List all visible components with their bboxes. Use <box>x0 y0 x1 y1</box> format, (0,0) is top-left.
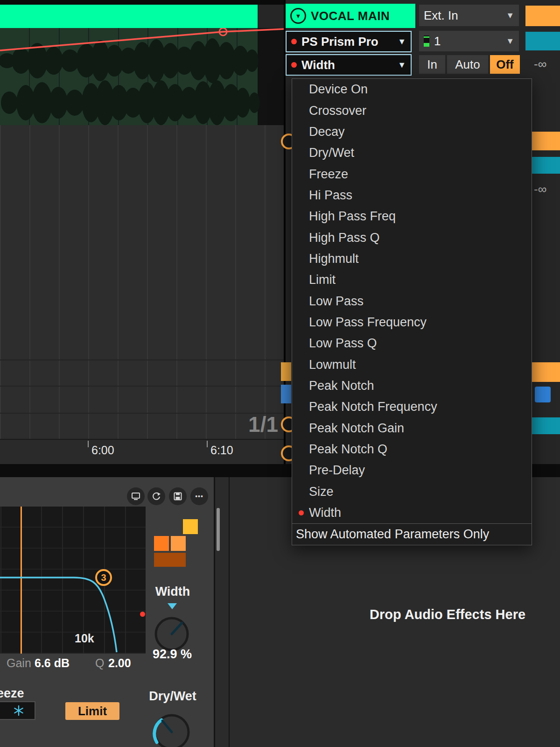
gain-label: Gain <box>7 656 31 670</box>
volume-readout[interactable]: -∞ <box>534 182 546 197</box>
menu-item-low-pass-frequency[interactable]: Low Pass Frequency <box>292 312 532 333</box>
freeze-label: Freeze <box>0 686 45 701</box>
macro-pad-orange[interactable] <box>154 536 169 551</box>
menu-item-width[interactable]: Width <box>292 502 532 523</box>
monitor-in-button[interactable]: In <box>419 55 445 74</box>
chevron-down-icon: ▼ <box>398 60 406 70</box>
q-value[interactable]: 2.00 <box>108 656 131 670</box>
limit-button[interactable]: Limit <box>65 702 119 720</box>
drop-zone-label: Drop Audio Effects Here <box>370 607 560 622</box>
input-type-chooser[interactable]: Ext. In ▼ <box>419 5 519 26</box>
automation-parameter-menu: Device On Crossover Decay Dry/Wet Freeze… <box>292 78 532 545</box>
volume-readout[interactable]: -∞ <box>534 57 546 71</box>
menu-item-highmult[interactable]: Highmult <box>292 248 532 269</box>
top-black-bar <box>0 0 286 5</box>
channel-meter-icon <box>424 35 429 47</box>
ellipsis-icon: ••• <box>195 493 203 500</box>
menu-item-decay[interactable]: Decay <box>292 121 532 142</box>
ableton-arrangement-view: 1/1 6:00 6:10 ▼ VOCAL MAIN Ext. In ▼ PS … <box>0 0 560 747</box>
filter-curve <box>0 507 146 654</box>
automation-device-chooser[interactable]: PS Prism Pro ▼ <box>286 31 412 52</box>
hot-swap-button[interactable] <box>147 487 165 505</box>
menu-item-crossover[interactable]: Crossover <box>292 100 532 121</box>
macro-pad-light-orange[interactable] <box>171 536 186 551</box>
automation-parameter-chooser[interactable]: Width ▼ <box>286 54 412 76</box>
show-in-plugin-window-button[interactable] <box>127 487 145 505</box>
track-fold-icon[interactable]: ▼ <box>290 8 306 24</box>
mixer-cell-teal[interactable] <box>532 417 560 434</box>
macro-pad-dark-orange[interactable] <box>154 553 186 567</box>
save-preset-button[interactable] <box>169 487 187 505</box>
menu-item-size[interactable]: Size <box>292 481 532 502</box>
partial-clip-color <box>281 362 291 381</box>
menu-item-lowmult[interactable]: Lowmult <box>292 354 532 375</box>
menu-item-high-pass-freq[interactable]: High Pass Freq <box>292 206 532 227</box>
menu-item-low-pass[interactable]: Low Pass <box>292 290 532 311</box>
timeline-tick <box>207 441 208 447</box>
more-options-button[interactable]: ••• <box>190 487 208 505</box>
arrangement-grid[interactable] <box>0 125 285 439</box>
monitor-auto-button[interactable]: Auto <box>447 55 488 74</box>
loop-length-indicator: 1/1 <box>230 412 278 437</box>
track-lane-divider <box>0 386 285 387</box>
frequency-readout: 10k <box>75 632 94 645</box>
timeline-label: 6:10 <box>210 444 233 457</box>
drywet-knob[interactable] <box>151 710 192 747</box>
menu-item-hi-pass[interactable]: Hi Pass <box>292 185 532 206</box>
menu-item-peak-notch-frequency[interactable]: Peak Notch Frequency <box>292 396 532 417</box>
menu-item-pre-delay[interactable]: Pre-Delay <box>292 460 532 481</box>
save-icon <box>174 492 182 500</box>
menu-item-dry-wet[interactable]: Dry/Wet <box>292 142 532 163</box>
mixer-cell-orange[interactable] <box>532 132 560 150</box>
chevron-down-icon: ▼ <box>506 36 514 46</box>
mixer-cell-orange[interactable] <box>525 6 560 26</box>
monitor-off-button[interactable]: Off <box>490 55 520 74</box>
width-knob-label: Width <box>140 585 205 599</box>
filter-band-3-handle[interactable]: 3 <box>95 569 112 586</box>
track-name: VOCAL MAIN <box>311 9 390 23</box>
width-value[interactable]: 92.9 % <box>146 647 199 662</box>
mixer-cell-orange[interactable] <box>532 362 560 382</box>
menu-item-high-pass-q[interactable]: High Pass Q <box>292 227 532 248</box>
track-lane-divider <box>0 359 285 360</box>
mixer-cell-teal[interactable] <box>525 32 560 50</box>
automation-active-dot <box>291 39 297 44</box>
sync-arrows-icon <box>152 492 161 501</box>
menu-item-peak-notch[interactable]: Peak Notch <box>292 375 532 396</box>
menu-item-peak-notch-q[interactable]: Peak Notch Q <box>292 439 532 460</box>
mixer-cell-blue[interactable] <box>535 387 551 402</box>
audio-clip-header[interactable] <box>0 5 258 28</box>
menu-item-low-pass-q[interactable]: Low Pass Q <box>292 333 532 354</box>
chevron-down-icon: ▼ <box>398 37 406 47</box>
partial-clip-color <box>281 385 291 403</box>
vertical-scrollbar[interactable] <box>217 508 220 551</box>
audio-waveform[interactable] <box>0 28 285 125</box>
display-icon <box>131 492 140 500</box>
menu-item-device-on[interactable]: Device On <box>292 79 532 100</box>
menu-item-limit[interactable]: Limit <box>292 269 532 290</box>
timeline-tick <box>88 441 89 447</box>
automation-value-marker <box>168 603 177 609</box>
menu-footer-show-automated[interactable]: Show Automated Parameters Only <box>292 523 532 545</box>
snowflake-icon <box>13 705 24 716</box>
macro-pad-yellow[interactable] <box>183 519 198 534</box>
track-title-bar[interactable]: ▼ VOCAL MAIN <box>286 4 415 28</box>
automation-dot <box>299 510 304 515</box>
drywet-knob-label: Dry/Wet <box>139 689 206 704</box>
chevron-down-icon: ▼ <box>506 11 514 21</box>
q-label: Q <box>95 656 104 670</box>
menu-item-freeze[interactable]: Freeze <box>292 163 532 184</box>
mixer-cell-teal[interactable] <box>532 157 560 174</box>
input-channel-chooser[interactable]: 1 ▼ <box>419 31 519 51</box>
menu-item-peak-notch-gain[interactable]: Peak Notch Gain <box>292 418 532 439</box>
timeline-ruler[interactable] <box>0 439 285 465</box>
freeze-toggle[interactable] <box>0 701 35 720</box>
automation-active-dot <box>291 62 297 68</box>
timeline-label: 6:00 <box>91 444 114 457</box>
gain-value[interactable]: 6.6 dB <box>35 656 70 670</box>
